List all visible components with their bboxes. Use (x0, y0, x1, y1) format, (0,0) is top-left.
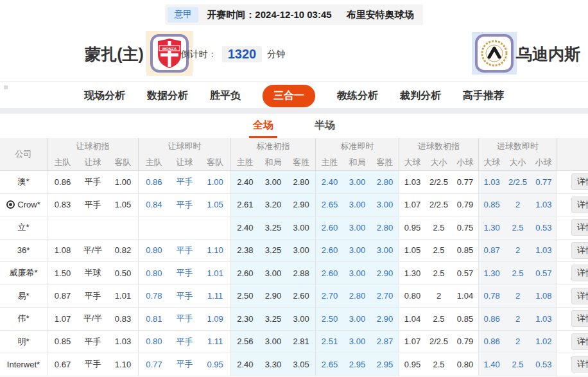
company-name[interactable]: Crow* (17, 200, 40, 209)
odds-value: 2 (505, 245, 530, 255)
odds-value: 1.03 (479, 177, 505, 187)
odds-value: 0.95 (399, 360, 426, 369)
countdown: 倒计时： 1320 分钟 (0, 46, 466, 62)
table-row: 澳*0.86平手1.000.86平手1.002.403.002.802.403.… (0, 171, 588, 194)
subtab-half-match[interactable]: 半场 (311, 116, 339, 138)
odds-comparison-table: 公司 让球初指 主队让球客队 让球即时 主队让球客队 标准初指 主胜和局客胜 标… (0, 138, 588, 376)
odds-value: 2.5 (426, 360, 452, 369)
odds-value: 2.60 (287, 291, 315, 301)
odds-value: 1.07 (399, 337, 426, 346)
detail-button[interactable]: 详情 (571, 288, 588, 304)
detail-column-header (557, 138, 588, 170)
odds-value: 3.00 (343, 268, 371, 278)
odds-value: 2.80 (371, 177, 399, 187)
odds-group: 0.78平手1.11 (139, 285, 231, 308)
odds-value: 3.00 (371, 245, 399, 255)
league-chip[interactable]: 意甲 (168, 7, 198, 22)
odds-value: 3.30 (259, 360, 288, 369)
odds-value: 2.40 (231, 177, 259, 187)
odds-value: 0.53 (531, 223, 557, 232)
company-name[interactable]: Interwet* (7, 360, 40, 369)
odds-group: 2.603.002.88 (231, 262, 316, 285)
goals-initial-header: 进球数初指 大球大小小球 (399, 138, 479, 170)
odds-value: 1.07 (48, 314, 78, 324)
tab-expert-picks[interactable]: 高手推荐 (463, 89, 504, 103)
table-row: 易*0.87平手1.010.78平手1.112.502.902.602.702.… (0, 285, 588, 308)
odds-value: 2.50 (316, 314, 343, 324)
odds-value: 1.10 (108, 360, 138, 369)
odds-value: 2.88 (287, 268, 315, 278)
odds-value: 3.00 (371, 200, 399, 209)
kickoff-time: 开赛时间：2024-12-10 03:45 (207, 9, 331, 21)
odds-group: 2.613.202.90 (231, 194, 316, 216)
odds-value: 2 (505, 314, 530, 324)
odds-value: 1.03 (531, 314, 557, 324)
odds-value: 1.04 (399, 314, 426, 324)
odds-value: 1.03 (531, 245, 557, 255)
company-name[interactable]: 伟* (17, 313, 29, 324)
odds-value: 3.00 (343, 223, 371, 232)
detail-button[interactable]: 详情 (571, 356, 588, 373)
odds-value: 1.30 (479, 268, 505, 278)
tab-live-analysis[interactable]: 现场分析 (84, 89, 125, 103)
detail-button[interactable]: 详情 (571, 310, 588, 327)
tab-data-analysis[interactable]: 数据分析 (147, 89, 188, 103)
table-row: 36*1.08平/半0.820.80平手1.102.383.253.002.60… (0, 240, 588, 263)
company-name[interactable]: 威廉希* (9, 267, 37, 279)
odds-group: 2.403.002.80 (316, 171, 399, 193)
odds-value: 2.90 (371, 268, 399, 278)
odds-value: 0.53 (531, 360, 557, 369)
odds-value: 2.60 (316, 223, 343, 232)
odds-value: 1.10 (200, 245, 230, 255)
odds-group: 2.603.002.90 (316, 262, 399, 285)
detail-button[interactable]: 详情 (571, 265, 588, 281)
odds-value: 2 (426, 291, 452, 301)
company-name[interactable]: 立* (17, 222, 29, 233)
odds-value: 平手 (169, 199, 200, 211)
odds-value: 2.65 (316, 360, 343, 369)
detail-button[interactable]: 详情 (571, 333, 588, 350)
odds-value: 2.90 (259, 291, 288, 301)
odds-value: 0.86 (479, 314, 505, 324)
odds-value: 2.90 (371, 314, 399, 324)
detail-button[interactable]: 详情 (571, 242, 588, 259)
tab-three-in-one[interactable]: 三合一 (263, 85, 315, 107)
detail-button[interactable]: 详情 (571, 173, 588, 190)
odds-group: 2.702.802.70 (316, 285, 399, 308)
company-name[interactable]: 明* (17, 336, 29, 347)
tab-coach-analysis[interactable]: 教练分析 (337, 89, 378, 103)
std-initial-header: 标准初指 主胜和局客胜 (231, 138, 316, 170)
odds-value: 1.05 (399, 245, 426, 255)
period-subtabs: 全场 半场 (0, 116, 588, 138)
table-row: Interwet*0.67平手1.100.77平手0.952.403.303.0… (0, 353, 588, 376)
tab-win-draw-lose[interactable]: 胜平负 (210, 89, 241, 103)
tab-referee-analysis[interactable]: 裁判分析 (400, 89, 441, 103)
odds-group: 0.8621.02 (479, 331, 557, 353)
odds-group: 1.08平/半0.82 (48, 240, 139, 262)
odds-value: 0.85 (452, 245, 478, 255)
odds-group: 0.952.50.75 (399, 216, 479, 239)
odds-value: 0.80 (139, 245, 169, 255)
odds-value: 平手 (169, 358, 200, 370)
subtab-full-match[interactable]: 全场 (249, 116, 277, 138)
company-name[interactable]: 澳* (17, 176, 29, 188)
odds-value: 3.00 (259, 337, 288, 346)
odds-group: 0.8021.04 (399, 285, 479, 308)
odds-value: 3.25 (259, 245, 288, 255)
odds-value: 2.5 (505, 223, 530, 232)
odds-group: 0.87平手1.01 (48, 285, 139, 308)
odds-value: 2.5 (505, 268, 530, 278)
detail-button[interactable]: 详情 (571, 197, 588, 213)
odds-value: 2.40 (316, 177, 343, 187)
odds-value: 2.5 (426, 268, 452, 278)
odds-value: 平手 (78, 199, 108, 211)
company-name[interactable]: 易* (17, 290, 29, 302)
odds-value: 0.95 (399, 223, 426, 232)
away-team-name: 乌迪内斯 (516, 44, 580, 65)
company-name[interactable]: 36* (17, 245, 30, 255)
countdown-unit: 分钟 (267, 49, 285, 60)
detail-button[interactable]: 详情 (571, 219, 588, 236)
odds-group: 0.80平手1.01 (139, 262, 231, 285)
odds-value: 0.85 (452, 314, 478, 324)
venue-name: 布里安特奥球场 (347, 9, 414, 21)
